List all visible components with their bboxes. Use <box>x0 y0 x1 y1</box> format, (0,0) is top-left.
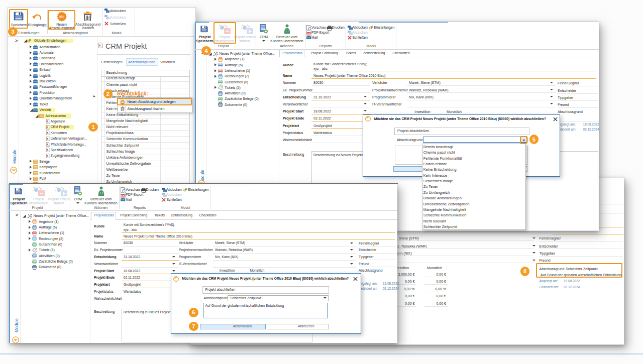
svg-text:PDF: PDF <box>307 32 311 34</box>
svg-text:PDF: PDF <box>121 194 125 196</box>
